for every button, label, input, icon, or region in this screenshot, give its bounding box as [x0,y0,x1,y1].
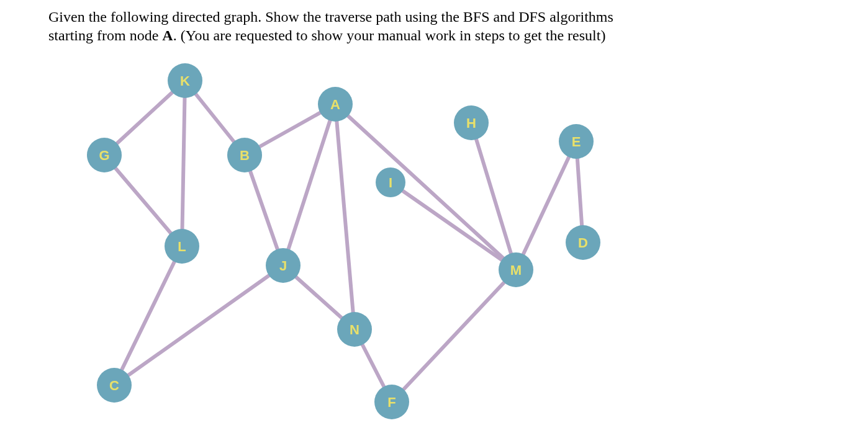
node-label-L: L [178,239,186,254]
node-label-C: C [109,378,119,393]
node-label-F: F [387,395,396,410]
node-label-M: M [510,262,522,278]
graph-svg: ABCDEFGHIJKLMN [0,0,868,428]
graph-diagram: ABCDEFGHIJKLMN [0,0,868,428]
node-label-D: D [578,235,588,251]
node-H: H [454,105,489,140]
node-J: J [266,248,301,283]
edge-I-M [391,182,516,270]
edge-J-C [114,265,283,385]
node-L: L [165,229,199,264]
node-D: D [566,225,600,260]
node-G: G [87,138,122,172]
edge-L-C [114,246,182,385]
edge-B-J [245,155,283,265]
node-label-E: E [572,134,581,149]
node-label-K: K [180,73,190,89]
node-label-B: B [240,148,250,163]
node-label-I: I [389,175,392,190]
edge-K-L [182,81,185,246]
node-label-A: A [330,97,340,112]
edge-E-M [516,141,576,270]
node-N: N [337,312,372,347]
node-A: A [318,87,353,122]
node-E: E [559,124,594,159]
node-I: I [376,167,405,197]
node-label-N: N [350,322,359,337]
node-C: C [97,368,132,403]
edge-A-N [335,104,355,329]
node-label-G: G [99,148,109,163]
node-K: K [168,63,202,98]
nodes-group: ABCDEFGHIJKLMN [87,63,600,419]
node-label-H: H [466,115,476,131]
edge-M-F [392,270,516,402]
node-M: M [499,252,533,287]
node-B: B [227,138,262,172]
node-label-J: J [279,258,287,274]
edge-G-L [104,155,182,246]
node-F: F [374,385,409,419]
